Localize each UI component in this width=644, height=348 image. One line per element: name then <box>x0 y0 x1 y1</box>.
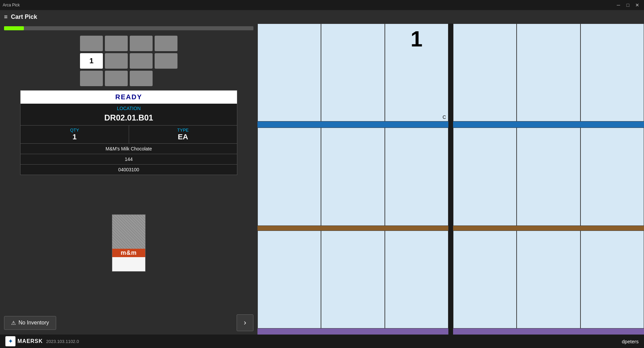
brown-band-wrapper <box>257 226 644 231</box>
footer: ✦ MAERSK 2023.103.1102.0 dpeters <box>0 335 644 348</box>
shelf-mid-left <box>257 128 448 225</box>
shelf-cell-t-r-1 <box>453 24 517 121</box>
cart-grid: 1 <box>0 33 257 89</box>
product-code: 144 <box>21 154 237 164</box>
progress-bar-bg <box>4 26 253 30</box>
cart-cell-2-1: 1 <box>80 53 103 69</box>
qty-section: QTY 1 <box>21 126 129 143</box>
minimize-button[interactable]: ─ <box>614 1 622 9</box>
cart-cell-3-2 <box>105 71 128 86</box>
qty-label: QTY <box>21 128 129 133</box>
shelf-cell-b-r-1 <box>453 231 517 328</box>
shelf-cell-b-l-1 <box>257 231 321 328</box>
cart-active-label: 1 <box>89 57 93 65</box>
shelf-cell-t-l-2 <box>321 24 385 121</box>
blue-band-right <box>453 121 644 128</box>
title-bar: Arca Pick ─ □ ✕ <box>0 0 644 10</box>
status-badge: READY <box>21 91 237 104</box>
shelf-cell-m-l-1 <box>257 128 321 225</box>
menu-bar: ≡ Cart Pick <box>0 10 644 24</box>
type-section: TYPE EA <box>129 126 237 143</box>
cart-cell-3-3 <box>130 71 153 86</box>
shelf-cell-m-r-2 <box>517 128 580 225</box>
cart-cell-1-1 <box>80 36 103 51</box>
location-value: DR02.01.B01 <box>21 112 237 125</box>
purple-band-divider <box>448 328 453 335</box>
cart-row-1 <box>20 36 237 51</box>
shelf-top-right <box>453 24 644 121</box>
left-panel: 1 READY LOCATION DR02.01.B01 QTY <box>0 24 257 335</box>
version-text: 2023.103.1102.0 <box>46 339 79 344</box>
footer-left: ✦ MAERSK 2023.103.1102.0 <box>5 336 79 346</box>
qty-type-row: QTY 1 TYPE EA <box>21 125 237 143</box>
vertical-divider-mid <box>448 128 453 225</box>
shelf-cell-t-r-2 <box>517 24 580 121</box>
shelf-bot-section <box>257 231 644 328</box>
vertical-divider-top <box>448 24 453 121</box>
type-value: EA <box>129 133 237 141</box>
brown-band-left <box>257 226 448 231</box>
brown-band-right <box>453 226 644 231</box>
shelf-cell-m-r-1 <box>453 128 517 225</box>
shelf-cell-t-l-3: 1 C <box>385 24 448 121</box>
next-button[interactable]: › <box>237 314 253 331</box>
maersk-logo: ✦ MAERSK <box>5 336 43 346</box>
cart-row-3 <box>20 71 237 86</box>
cart-cell-1-4 <box>155 36 177 51</box>
qty-value: 1 <box>21 133 129 141</box>
product-image-bottom <box>112 257 145 271</box>
hamburger-icon[interactable]: ≡ <box>4 13 8 21</box>
maximize-button[interactable]: □ <box>624 1 632 9</box>
close-button[interactable]: ✕ <box>633 1 641 9</box>
shelf-cell-b-l-2 <box>321 231 385 328</box>
right-panel: 1 C <box>257 24 644 335</box>
product-image-label: m&m <box>112 249 145 257</box>
shelf-bot-right <box>453 231 644 328</box>
page-title: Cart Pick <box>11 13 37 21</box>
product-image: m&m <box>112 214 146 272</box>
shelf-top-section: 1 C <box>257 24 644 121</box>
main-content: 1 READY LOCATION DR02.01.B01 QTY <box>0 24 644 335</box>
shelf-cell-t-l-1 <box>257 24 321 121</box>
no-inventory-label: No Inventory <box>18 320 49 326</box>
shelf-container: 1 C <box>257 24 644 335</box>
purple-band-wrapper <box>257 328 644 335</box>
shelf-cell-m-l-3 <box>385 128 448 225</box>
barcode: 04003100 <box>21 164 237 175</box>
no-inventory-button[interactable]: ⚠ No Inventory <box>4 316 56 330</box>
cart-cell-3-1 <box>80 71 103 86</box>
blue-band-left <box>257 121 448 128</box>
cart-cell-1-3 <box>130 36 153 51</box>
blue-band-wrapper <box>257 121 644 128</box>
product-image-top <box>112 215 145 249</box>
cart-cell-1-2 <box>105 36 128 51</box>
product-image-area: m&m <box>0 175 257 311</box>
cart-row-2: 1 <box>20 53 237 69</box>
shelf-top-left: 1 C <box>257 24 448 121</box>
location-label: LOCATION <box>21 104 237 112</box>
cart-cell-2-4 <box>155 53 177 69</box>
left-bottom: ⚠ No Inventory › <box>0 311 257 335</box>
maersk-icon: ✦ <box>5 336 15 346</box>
shelf-cell-t-r-3 <box>580 24 644 121</box>
shelf-number: 1 <box>411 27 423 51</box>
type-label: TYPE <box>129 128 237 133</box>
shelf-mid-section <box>257 128 644 225</box>
shelf-cell-m-l-2 <box>321 128 385 225</box>
product-name: M&M's Milk Chocolate <box>21 143 237 154</box>
info-panel: READY LOCATION DR02.01.B01 QTY 1 TYPE EA… <box>20 90 237 175</box>
brown-band-divider <box>448 226 453 231</box>
purple-band-right <box>453 328 644 335</box>
cart-cell-2-3 <box>130 53 153 69</box>
progress-area <box>0 24 257 33</box>
vertical-divider-bot <box>448 231 453 328</box>
warning-icon: ⚠ <box>11 320 16 326</box>
shelf-mid-right <box>453 128 644 225</box>
shelf-cell-b-r-2 <box>517 231 580 328</box>
shelf-cell-b-l-3 <box>385 231 448 328</box>
user-name: dpeters <box>622 339 639 344</box>
shelf-bot-left <box>257 231 448 328</box>
maersk-name: MAERSK <box>17 338 43 344</box>
shelf-label: C <box>443 114 446 120</box>
app-title: Arca Pick <box>3 3 20 7</box>
